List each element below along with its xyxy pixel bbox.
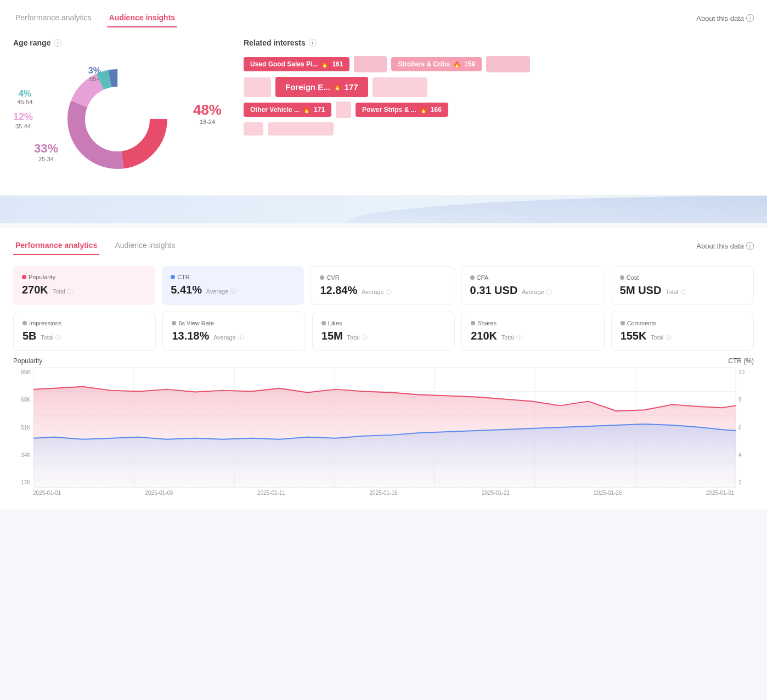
age-label-55plus: 3% 55+ bbox=[88, 66, 101, 82]
placeholder-box-3 bbox=[244, 77, 271, 97]
top-section: Performance analytics Audience insights … bbox=[0, 0, 767, 196]
chart-svg bbox=[33, 368, 736, 487]
metric-card-comments: Comments 155K Total ⓘ bbox=[611, 312, 754, 351]
interest-tag-used-good[interactable]: Used Good Sales Pi... 🔥 161 bbox=[244, 57, 349, 71]
y-axis-left: 85K 68K 51K 34K 17K bbox=[13, 367, 33, 488]
tab-audience-top[interactable]: Audience insights bbox=[107, 9, 178, 27]
bottom-section: Performance analytics Audience insights … bbox=[0, 228, 767, 509]
age-range-section: Age range i bbox=[13, 38, 222, 182]
x-axis: 2025-01-01 2025-01-06 2025-01-11 2025-01… bbox=[13, 490, 754, 496]
interests-row-3: Other Vehicle ... 🔥 171 Power Strips & .… bbox=[244, 101, 754, 118]
age-label-2534: 33% 25-34 bbox=[34, 142, 58, 162]
tab-performance-bottom[interactable]: Performance analytics bbox=[13, 236, 99, 255]
info-icon-top: i bbox=[746, 14, 754, 22]
fire-icon-4: 🔥 bbox=[303, 106, 311, 114]
fire-icon-5: 🔥 bbox=[420, 106, 427, 114]
dot-cpa bbox=[470, 275, 475, 280]
interests-row-2: Foreign E... 🔥 177 bbox=[244, 77, 754, 97]
dot-shares bbox=[471, 321, 475, 325]
bottom-tab-bar: Performance analytics Audience insights … bbox=[13, 236, 754, 255]
y-axis-right: 10 8 6 4 2 bbox=[736, 367, 754, 488]
interest-tag-power-strips[interactable]: Power Strips & ... 🔥 166 bbox=[356, 103, 448, 117]
age-label-4554: 4% 45-54 bbox=[18, 89, 33, 105]
donut-svg bbox=[63, 64, 172, 174]
about-data-top[interactable]: About this data i bbox=[696, 14, 754, 22]
chart-header: Popularity CTR (%) bbox=[13, 357, 754, 365]
fire-icon-2: 🔥 bbox=[453, 61, 461, 68]
dot-cvr bbox=[320, 275, 324, 280]
interests-row-4 bbox=[244, 122, 754, 136]
interest-tag-strollers[interactable]: Strollers & Cribs 🔥 159 bbox=[391, 57, 482, 71]
info-icon-cvr: ⓘ bbox=[386, 289, 392, 295]
info-icon-impressions: ⓘ bbox=[55, 334, 61, 341]
placeholder-box-7 bbox=[268, 122, 334, 136]
related-interests-info-icon: i bbox=[309, 39, 317, 47]
dot-view-rate bbox=[172, 321, 176, 325]
info-icon-shares: ⓘ bbox=[516, 334, 522, 341]
metric-card-cvr: CVR 12.84% Average ⓘ bbox=[311, 266, 454, 305]
age-label-1824: 48% 18-24 bbox=[193, 101, 222, 125]
info-icon-comments: ⓘ bbox=[666, 334, 672, 341]
info-icon-view-rate: ⓘ bbox=[238, 334, 244, 341]
dot-cost bbox=[620, 275, 624, 280]
metrics-row-2: Impressions 5B Total ⓘ 6s View Rate 13.1… bbox=[13, 312, 754, 351]
top-content: Age range i bbox=[13, 38, 754, 182]
dot-impressions bbox=[22, 321, 27, 325]
interests-row-1: Used Good Sales Pi... 🔥 161 Strollers & … bbox=[244, 56, 754, 72]
interest-tag-other-vehicle[interactable]: Other Vehicle ... 🔥 171 bbox=[244, 103, 331, 117]
placeholder-box-2 bbox=[486, 56, 530, 72]
metric-card-ctr: CTR 5.41% Average ⓘ bbox=[162, 266, 304, 305]
dot-popularity bbox=[22, 275, 26, 279]
info-icon-ctr: ⓘ bbox=[230, 288, 236, 295]
info-icon-popularity: ⓘ bbox=[67, 288, 73, 295]
age-label-3544: 12% 35-44 bbox=[13, 111, 33, 129]
info-icon-bottom: i bbox=[746, 242, 754, 250]
about-data-bottom[interactable]: About this data i bbox=[696, 242, 754, 250]
metric-card-impressions: Impressions 5B Total ⓘ bbox=[13, 312, 156, 351]
tab-performance-top[interactable]: Performance analytics bbox=[13, 9, 94, 27]
metric-card-cpa: CPA 0.31 USD Average ⓘ bbox=[461, 266, 604, 305]
chart-left-label: Popularity bbox=[13, 357, 42, 365]
dot-ctr bbox=[171, 275, 175, 279]
tab-audience-bottom[interactable]: Audience insights bbox=[112, 236, 177, 255]
interest-tag-foreign-e[interactable]: Foreign E... 🔥 177 bbox=[275, 77, 368, 97]
wave-shape bbox=[345, 196, 767, 223]
info-icon-cpa: ⓘ bbox=[546, 289, 552, 295]
placeholder-box-1 bbox=[354, 56, 387, 72]
metric-card-cost: Cost 5M USD Total ⓘ bbox=[611, 266, 754, 305]
metric-card-popularity: Popularity 270K Total ⓘ bbox=[13, 266, 155, 305]
metrics-row-1: Popularity 270K Total ⓘ CTR 5.41% Averag… bbox=[13, 266, 754, 305]
related-interests-section: Related interests i Used Good Sales Pi..… bbox=[244, 38, 754, 182]
info-icon-cost: ⓘ bbox=[680, 289, 686, 295]
top-tab-bar: Performance analytics Audience insights … bbox=[13, 9, 754, 27]
placeholder-box-4 bbox=[373, 77, 427, 97]
fire-icon-3: 🔥 bbox=[334, 83, 341, 91]
info-icon-likes: ⓘ bbox=[362, 334, 368, 341]
fire-icon-1: 🔥 bbox=[321, 61, 329, 68]
dot-comments bbox=[621, 321, 625, 325]
metric-card-view-rate: 6s View Rate 13.18% Average ⓘ bbox=[162, 312, 305, 351]
separator-wave bbox=[0, 196, 767, 223]
age-range-title: Age range i bbox=[13, 38, 222, 47]
placeholder-box-6 bbox=[244, 122, 263, 136]
metric-card-shares: Shares 210K Total ⓘ bbox=[461, 312, 604, 351]
chart-wrapper: 85K 68K 51K 34K 17K bbox=[13, 367, 754, 488]
donut-chart: 3% 55+ 4% 45-54 12% 35-44 48% 18-24 33% bbox=[13, 56, 222, 182]
chart-area bbox=[33, 367, 736, 488]
dot-likes bbox=[322, 321, 326, 325]
chart-right-label: CTR (%) bbox=[728, 357, 754, 365]
metric-card-likes: Likes 15M Total ⓘ bbox=[312, 312, 455, 351]
related-interests-title: Related interests i bbox=[244, 38, 754, 47]
age-range-info-icon: i bbox=[54, 39, 61, 47]
placeholder-box-5 bbox=[336, 101, 351, 118]
